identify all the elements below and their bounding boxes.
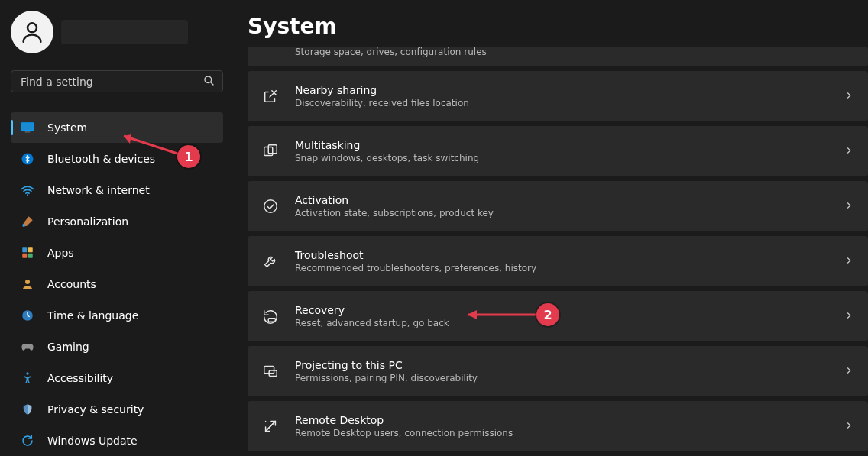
svg-point-7 xyxy=(27,194,28,196)
person-solid-icon xyxy=(20,277,35,292)
main: System Storage space, drives, configurat… xyxy=(234,0,868,456)
annotation-marker-2: 2 xyxy=(536,303,559,326)
multitask-icon xyxy=(261,142,280,160)
sidebar-item-label: Time & language xyxy=(47,309,138,322)
sidebar-item-time[interactable]: Time & language xyxy=(11,300,223,331)
annotation-arrow-1 xyxy=(115,130,183,160)
tile-sub: Snap windows, desktops, task switching xyxy=(295,153,828,163)
check-circle-icon xyxy=(261,197,280,215)
update-icon xyxy=(20,433,35,448)
sidebar-item-accounts[interactable]: Accounts xyxy=(11,269,223,299)
remote-icon xyxy=(261,417,280,435)
tile-nearby-sharing[interactable]: Nearby sharing Discoverability, received… xyxy=(248,71,868,121)
page-title: System xyxy=(248,14,868,39)
sidebar-item-label: Windows Update xyxy=(47,435,138,447)
svg-point-12 xyxy=(25,280,30,284)
annotation-marker-1: 1 xyxy=(177,145,200,168)
svg-rect-18 xyxy=(268,319,275,322)
sidebar-item-network[interactable]: Network & internet xyxy=(11,175,223,205)
chevron-right-icon xyxy=(844,89,854,104)
shield-icon xyxy=(20,402,35,417)
svg-point-1 xyxy=(205,76,212,83)
wrench-icon xyxy=(261,252,280,270)
chevron-right-icon xyxy=(844,419,854,434)
sidebar-item-windows-update[interactable]: Windows Update xyxy=(11,425,223,456)
svg-marker-26 xyxy=(124,134,131,144)
sidebar-item-privacy[interactable]: Privacy & security xyxy=(11,394,223,425)
sidebar-item-label: Accounts xyxy=(47,278,96,290)
sidebar: System Bluetooth & devices Network & int… xyxy=(0,0,234,456)
search-input[interactable] xyxy=(11,70,223,92)
svg-point-14 xyxy=(26,372,28,374)
svg-line-25 xyxy=(124,136,180,154)
clock-icon xyxy=(20,308,35,323)
chevron-right-icon xyxy=(844,144,854,159)
svg-rect-8 xyxy=(22,247,27,252)
tile-sub: Activation state, subscriptions, product… xyxy=(295,208,828,218)
sidebar-item-personalization[interactable]: Personalization xyxy=(11,206,223,237)
svg-marker-28 xyxy=(468,310,477,319)
svg-rect-4 xyxy=(22,123,34,130)
svg-rect-9 xyxy=(28,247,33,252)
tile-title: Recovery xyxy=(295,304,828,316)
tile-title: Nearby sharing xyxy=(295,84,828,96)
sidebar-item-label: Accessibility xyxy=(47,372,113,384)
svg-rect-10 xyxy=(22,254,27,258)
svg-point-17 xyxy=(264,200,277,213)
tile-sub: Recommended troubleshooters, preferences… xyxy=(295,263,828,273)
svg-rect-11 xyxy=(28,254,33,258)
sidebar-item-label: Network & internet xyxy=(47,184,150,196)
annotation-arrow-2 xyxy=(458,306,542,324)
person-icon xyxy=(19,19,45,45)
svg-line-2 xyxy=(211,82,213,85)
tile-sub: Discoverability, received files location xyxy=(295,98,828,108)
sidebar-item-apps[interactable]: Apps xyxy=(11,238,223,268)
sidebar-item-label: Personalization xyxy=(47,215,128,228)
account-name-placeholder xyxy=(61,20,188,44)
tile-title: Remote Desktop xyxy=(295,414,828,426)
sidebar-item-label: Privacy & security xyxy=(47,403,144,416)
avatar xyxy=(11,11,53,53)
chevron-right-icon xyxy=(844,199,854,214)
svg-point-0 xyxy=(28,23,37,32)
project-icon xyxy=(261,362,280,380)
chevron-right-icon xyxy=(844,364,854,379)
account-header[interactable] xyxy=(11,11,223,53)
monitor-icon xyxy=(20,120,35,135)
search-icon xyxy=(202,74,215,89)
tile-sub: Storage space, drives, configuration rul… xyxy=(295,47,854,57)
search-input-field[interactable] xyxy=(19,75,215,89)
tile-activation[interactable]: Activation Activation state, subscriptio… xyxy=(248,181,868,231)
sidebar-item-label: System xyxy=(47,121,87,134)
settings-tile-list: Storage space, drives, configuration rul… xyxy=(248,47,868,451)
bluetooth-icon xyxy=(20,151,35,167)
tile-sub: Reset, advanced startup, go back xyxy=(295,318,828,328)
sidebar-item-label: Apps xyxy=(47,247,74,259)
sidebar-item-label: Gaming xyxy=(47,341,89,353)
wifi-icon xyxy=(20,183,35,198)
share-icon xyxy=(261,87,280,105)
tile-sub: Permissions, pairing PIN, discoverabilit… xyxy=(295,373,828,383)
chevron-right-icon xyxy=(844,309,854,324)
recovery-icon xyxy=(261,307,280,325)
tile-title: Troubleshoot xyxy=(295,249,828,261)
tile-remote-desktop[interactable]: Remote Desktop Remote Desktop users, con… xyxy=(248,401,868,451)
sidebar-item-gaming[interactable]: Gaming xyxy=(11,331,223,362)
brush-icon xyxy=(20,214,35,229)
apps-icon xyxy=(20,245,35,260)
svg-rect-5 xyxy=(25,131,31,133)
gamepad-icon xyxy=(20,339,35,354)
chevron-right-icon xyxy=(844,254,854,269)
tile-title: Multitasking xyxy=(295,139,828,151)
tile-title: Projecting to this PC xyxy=(295,359,828,371)
tile-multitasking[interactable]: Multitasking Snap windows, desktops, tas… xyxy=(248,126,868,176)
accessibility-icon xyxy=(20,370,35,386)
sidebar-item-accessibility[interactable]: Accessibility xyxy=(11,363,223,393)
tile-title: Activation xyxy=(295,194,828,206)
tile-storage-truncated[interactable]: Storage space, drives, configuration rul… xyxy=(248,47,868,66)
tile-troubleshoot[interactable]: Troubleshoot Recommended troubleshooters… xyxy=(248,236,868,286)
tile-projecting[interactable]: Projecting to this PC Permissions, pairi… xyxy=(248,346,868,396)
tile-sub: Remote Desktop users, connection permiss… xyxy=(295,428,828,438)
